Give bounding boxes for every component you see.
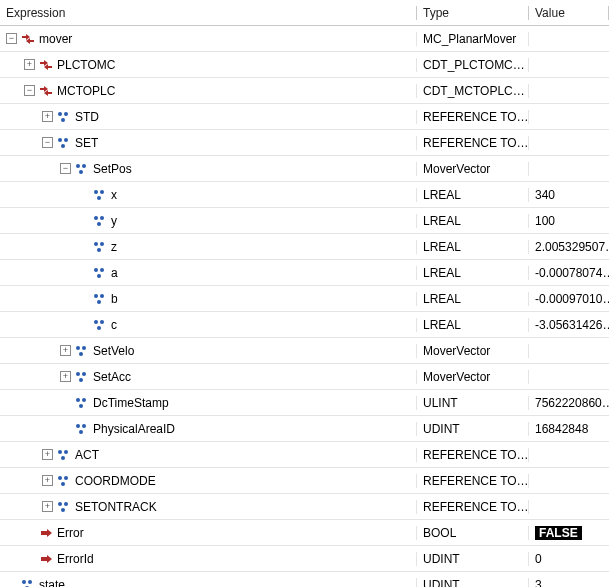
table-row[interactable]: +SetVeloMoverVector	[0, 338, 609, 364]
cell-expression[interactable]: −MCTOPLC	[0, 84, 417, 98]
cell-value[interactable]: 100	[529, 214, 609, 228]
expand-icon[interactable]: +	[60, 371, 71, 382]
var-icon	[57, 110, 71, 124]
header-value[interactable]: Value	[529, 6, 609, 20]
cell-value[interactable]: -0.00097010…	[529, 292, 609, 306]
row-label: x	[111, 188, 117, 202]
table-row[interactable]: PhysicalAreaIDUDINT16842848	[0, 416, 609, 442]
table-row[interactable]: stateUDINT3	[0, 572, 609, 587]
cell-expression[interactable]: z	[0, 240, 417, 254]
cell-value[interactable]: FALSE	[529, 526, 609, 540]
table-row[interactable]: −SETREFERENCE TO…	[0, 130, 609, 156]
cell-value[interactable]: 3	[529, 578, 609, 588]
cell-expression[interactable]: c	[0, 318, 417, 332]
cell-expression[interactable]: Error	[0, 526, 417, 540]
cell-expression[interactable]: PhysicalAreaID	[0, 422, 417, 436]
svg-point-10	[100, 190, 104, 194]
var-icon	[93, 240, 107, 254]
cell-expression[interactable]: +PLCTOMC	[0, 58, 417, 72]
svg-point-12	[94, 216, 98, 220]
var-icon	[57, 136, 71, 150]
table-row[interactable]: +ACTREFERENCE TO…	[0, 442, 609, 468]
svg-point-34	[82, 398, 86, 402]
cell-expression[interactable]: ErrorId	[0, 552, 417, 566]
svg-point-4	[64, 138, 68, 142]
var-icon	[57, 500, 71, 514]
svg-point-0	[58, 112, 62, 116]
table-row[interactable]: zLREAL2.005329507…	[0, 234, 609, 260]
collapse-icon[interactable]: −	[6, 33, 17, 44]
cell-expression[interactable]: +ACT	[0, 448, 417, 462]
var-icon	[75, 344, 89, 358]
svg-point-37	[82, 424, 86, 428]
svg-point-2	[61, 118, 65, 122]
table-row[interactable]: ErrorBOOLFALSE	[0, 520, 609, 546]
table-row[interactable]: bLREAL-0.00097010…	[0, 286, 609, 312]
table-row[interactable]: −moverMC_PlanarMover	[0, 26, 609, 52]
cell-type: LREAL	[417, 292, 529, 306]
row-label: SetPos	[93, 162, 132, 176]
cell-expression[interactable]: −SET	[0, 136, 417, 150]
cell-expression[interactable]: x	[0, 188, 417, 202]
cell-expression[interactable]: +SetAcc	[0, 370, 417, 384]
table-row[interactable]: aLREAL-0.00078074…	[0, 260, 609, 286]
cell-value[interactable]: 16842848	[529, 422, 609, 436]
cell-value[interactable]: 7562220860…	[529, 396, 609, 410]
cell-expression[interactable]: −SetPos	[0, 162, 417, 176]
var-icon	[93, 214, 107, 228]
cell-value[interactable]: -0.00078074…	[529, 266, 609, 280]
cell-expression[interactable]: b	[0, 292, 417, 306]
svg-point-11	[97, 196, 101, 200]
cell-value[interactable]: 2.005329507…	[529, 240, 609, 254]
expand-icon[interactable]: +	[60, 345, 71, 356]
table-row[interactable]: −SetPosMoverVector	[0, 156, 609, 182]
header-expression[interactable]: Expression	[0, 6, 417, 20]
cell-value[interactable]: 0	[529, 552, 609, 566]
row-label: MCTOPLC	[57, 84, 115, 98]
expand-icon[interactable]: +	[42, 475, 53, 486]
cell-expression[interactable]: y	[0, 214, 417, 228]
svg-point-30	[76, 372, 80, 376]
var-icon	[93, 188, 107, 202]
svg-point-48	[22, 580, 26, 584]
expand-icon[interactable]: +	[42, 111, 53, 122]
cell-expression[interactable]: +COORDMODE	[0, 474, 417, 488]
cell-expression[interactable]: +STD	[0, 110, 417, 124]
table-row[interactable]: yLREAL100	[0, 208, 609, 234]
table-row[interactable]: +SETONTRACKREFERENCE TO…	[0, 494, 609, 520]
table-row[interactable]: −MCTOPLCCDT_MCTOPLC…	[0, 78, 609, 104]
cell-type: LREAL	[417, 188, 529, 202]
table-row[interactable]: +COORDMODEREFERENCE TO…	[0, 468, 609, 494]
expand-icon[interactable]: +	[24, 59, 35, 70]
var-icon	[75, 422, 89, 436]
table-row[interactable]: +SetAccMoverVector	[0, 364, 609, 390]
svg-point-23	[97, 300, 101, 304]
cell-value[interactable]: -3.05631426…	[529, 318, 609, 332]
cell-value[interactable]: 340	[529, 188, 609, 202]
row-label: mover	[39, 32, 72, 46]
table-row[interactable]: xLREAL340	[0, 182, 609, 208]
cell-expression[interactable]: state	[0, 578, 417, 588]
collapse-icon[interactable]: −	[24, 85, 35, 96]
svg-point-3	[58, 138, 62, 142]
cell-expression[interactable]: a	[0, 266, 417, 280]
var-icon	[75, 396, 89, 410]
cell-expression[interactable]: +SETONTRACK	[0, 500, 417, 514]
cell-expression[interactable]: −mover	[0, 32, 417, 46]
table-row[interactable]: +PLCTOMCCDT_PLCTOMC…	[0, 52, 609, 78]
collapse-icon[interactable]: −	[42, 137, 53, 148]
table-row[interactable]: cLREAL-3.05631426…	[0, 312, 609, 338]
expand-icon[interactable]: +	[42, 449, 53, 460]
cell-expression[interactable]: +SetVelo	[0, 344, 417, 358]
table-row[interactable]: ErrorIdUDINT0	[0, 546, 609, 572]
cell-type: REFERENCE TO…	[417, 110, 529, 124]
cell-expression[interactable]: DcTimeStamp	[0, 396, 417, 410]
table-row[interactable]: DcTimeStampULINT7562220860…	[0, 390, 609, 416]
var-icon	[93, 318, 107, 332]
header-type[interactable]: Type	[417, 6, 529, 20]
cell-type: MoverVector	[417, 344, 529, 358]
table-row[interactable]: +STDREFERENCE TO…	[0, 104, 609, 130]
collapse-icon[interactable]: −	[60, 163, 71, 174]
expand-icon[interactable]: +	[42, 501, 53, 512]
svg-point-26	[97, 326, 101, 330]
